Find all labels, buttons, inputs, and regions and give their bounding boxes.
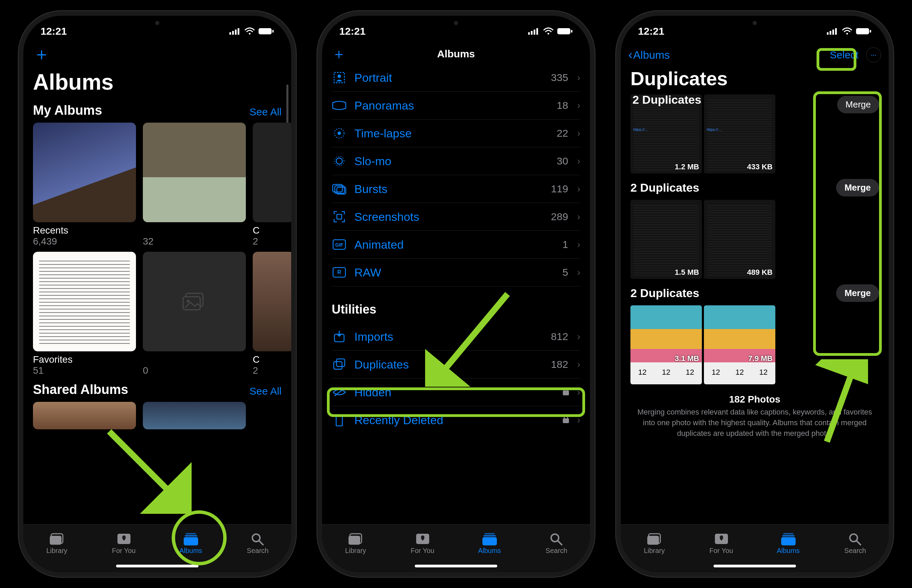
- svg-rect-55: [830, 31, 831, 35]
- album-thumb: [143, 123, 246, 222]
- row-screenshots[interactable]: Screenshots 289 ›: [332, 203, 580, 231]
- tab-foryou[interactable]: For You: [389, 525, 456, 562]
- svg-rect-57: [835, 28, 837, 35]
- tab-albums[interactable]: Albums: [755, 525, 822, 562]
- add-button[interactable]: ＋: [33, 44, 50, 63]
- tab-label: For You: [709, 547, 733, 555]
- add-button[interactable]: ＋: [332, 44, 346, 63]
- duplicate-thumb[interactable]: 1.5 MB: [630, 200, 702, 279]
- home-indicator[interactable]: [713, 565, 796, 567]
- duplicate-thumb[interactable]: 121212 7.9 MB: [704, 305, 775, 384]
- svg-point-28: [337, 132, 341, 135]
- chevron-right-icon: ›: [577, 239, 580, 250]
- heart-icon: ♥: [37, 337, 43, 348]
- annotation-arrow: [806, 359, 868, 449]
- row-slomo[interactable]: Slo-mo 30 ›: [332, 147, 580, 175]
- album-count: 32: [143, 236, 246, 247]
- status-time: 12:21: [40, 26, 67, 37]
- chevron-right-icon: ›: [577, 387, 580, 398]
- tab-foryou[interactable]: For You: [90, 525, 157, 562]
- group-heading: 2 Duplicates: [630, 181, 699, 194]
- more-button[interactable]: ⋯: [866, 47, 881, 63]
- tab-library[interactable]: Library: [621, 525, 688, 562]
- row-timelapse[interactable]: Time-lapse 22 ›: [332, 120, 580, 147]
- tab-label: Library: [345, 547, 366, 555]
- svg-rect-50: [483, 535, 496, 536]
- svg-line-69: [857, 541, 860, 545]
- file-size: 1.5 MB: [675, 268, 699, 277]
- duplicate-thumb[interactable]: https://… 433 KB: [704, 94, 775, 173]
- merge-button[interactable]: Merge: [837, 96, 879, 113]
- tab-foryou[interactable]: For You: [688, 525, 755, 562]
- wifi-icon: [543, 27, 554, 35]
- file-size: 489 KB: [747, 268, 773, 277]
- duplicate-group: 2 Duplicates https://… 1.2 MB https://… …: [621, 93, 889, 173]
- nav-header: ＋ Albums: [322, 43, 590, 64]
- tab-label: For You: [112, 547, 136, 555]
- tab-library[interactable]: Library: [23, 525, 90, 562]
- album-thumb: ♥: [33, 252, 136, 351]
- album-tile[interactable]: 32: [143, 123, 246, 247]
- album-tile[interactable]: C 2: [253, 252, 291, 376]
- file-size: 1.2 MB: [675, 162, 699, 171]
- album-tile-recents[interactable]: Recents 6,439: [33, 123, 136, 247]
- row-animated[interactable]: GIF Animated 1 ›: [332, 231, 580, 258]
- raw-icon: R: [332, 265, 347, 280]
- row-label: Hidden: [354, 386, 555, 399]
- select-button[interactable]: Select: [830, 49, 859, 61]
- merge-button[interactable]: Merge: [836, 284, 879, 302]
- chevron-right-icon: ›: [577, 72, 580, 83]
- duplicate-thumb[interactable]: 489 KB: [704, 200, 775, 279]
- phone-frame-1: 12:21 ＋ Albums My Albums See All Recents…: [23, 16, 291, 572]
- row-panoramas[interactable]: Panoramas 18 ›: [332, 92, 580, 120]
- svg-rect-65: [783, 533, 794, 535]
- chevron-right-icon: ›: [577, 128, 580, 139]
- row-bursts[interactable]: Bursts 119 ›: [332, 175, 580, 203]
- svg-rect-20: [531, 31, 533, 35]
- tab-search[interactable]: Search: [523, 525, 590, 562]
- album-thumb: [253, 123, 291, 222]
- album-tile-empty[interactable]: 0: [143, 252, 246, 376]
- row-recently-deleted[interactable]: Recently Deleted ›: [332, 406, 580, 434]
- tab-search[interactable]: Search: [224, 525, 291, 562]
- svg-rect-16: [184, 537, 198, 545]
- svg-rect-66: [782, 535, 794, 536]
- back-button[interactable]: ‹ Albums: [628, 48, 670, 62]
- album-name: Recents: [33, 225, 136, 236]
- status-time: 12:21: [638, 26, 664, 37]
- row-label: Slo-mo: [354, 155, 549, 168]
- see-all-link[interactable]: See All: [250, 385, 282, 397]
- tab-albums[interactable]: Albums: [157, 525, 224, 562]
- album-tile[interactable]: C 2: [253, 123, 291, 247]
- duplicate-thumb[interactable]: 121212 3.1 MB: [630, 305, 702, 384]
- chevron-right-icon: ›: [577, 211, 580, 222]
- animated-icon: GIF: [332, 237, 347, 252]
- row-portrait[interactable]: Portrait 335 ›: [332, 64, 580, 92]
- portrait-icon: [332, 70, 347, 85]
- scroll-indicator[interactable]: [286, 84, 289, 126]
- chevron-right-icon: ›: [577, 267, 580, 278]
- tab-library[interactable]: Library: [322, 525, 389, 562]
- svg-rect-41: [336, 359, 345, 367]
- album-thumb: [253, 252, 291, 351]
- row-raw[interactable]: R RAW 5 ›: [332, 258, 580, 286]
- album-name: [143, 354, 246, 365]
- file-size: 433 KB: [747, 162, 773, 171]
- see-all-link[interactable]: See All: [250, 106, 282, 118]
- chevron-right-icon: ›: [577, 331, 580, 342]
- group-heading: 2 Duplicates: [633, 93, 701, 107]
- tab-albums[interactable]: Albums: [456, 525, 523, 562]
- tab-search[interactable]: Search: [822, 525, 889, 562]
- annotation-arrow: [425, 287, 521, 387]
- home-indicator[interactable]: [415, 565, 497, 567]
- nav-title: Albums: [437, 48, 475, 60]
- row-count: 182: [551, 359, 568, 370]
- bursts-icon: [332, 181, 347, 197]
- tab-label: Albums: [478, 547, 501, 555]
- album-tile-favorites[interactable]: ♥ Favorites 51: [33, 252, 136, 376]
- svg-rect-49: [484, 533, 495, 535]
- merge-button[interactable]: Merge: [836, 179, 879, 197]
- svg-rect-25: [571, 30, 572, 32]
- album-count: 0: [143, 365, 246, 376]
- home-indicator[interactable]: [116, 565, 199, 567]
